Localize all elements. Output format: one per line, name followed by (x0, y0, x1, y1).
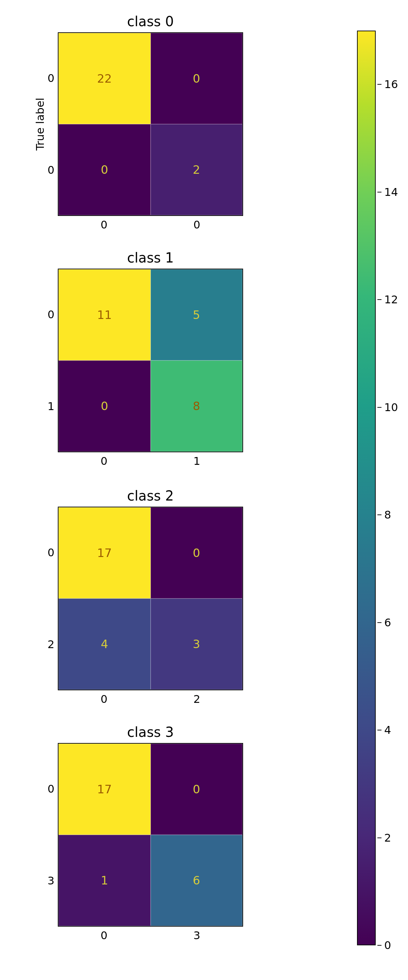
cell-value: 22 (97, 72, 112, 85)
heatmap-cell: 8 (151, 360, 243, 452)
colorbar-tick (378, 837, 381, 838)
y-tick: 0 (39, 72, 54, 85)
y-tick: 0 (39, 783, 54, 795)
y-axis-label: True label (34, 98, 47, 151)
heatmap-grid: 17016 (58, 743, 243, 927)
heatmap-cell: 0 (151, 508, 243, 598)
colorbar-tick-label: 4 (384, 724, 391, 737)
x-tick: 0 (101, 693, 108, 706)
y-tick: 0 (39, 546, 54, 559)
heatmap-cell: 17 (59, 508, 151, 598)
colorbar-gradient (357, 30, 376, 945)
colorbar-tick-label: 12 (384, 293, 398, 306)
x-tick: 0 (101, 929, 108, 942)
colorbar-tick (378, 407, 381, 408)
heatmap-cell: 17 (59, 744, 151, 835)
confusion-matrix-1: class 1115080101 (58, 269, 243, 452)
cell-value: 1 (101, 873, 108, 887)
heatmap-grid: 17043 (58, 507, 243, 690)
colorbar-tick-label: 10 (384, 401, 398, 414)
y-tick: 2 (39, 638, 54, 651)
cell-value: 11 (97, 308, 112, 322)
panel-title: class 1 (58, 250, 243, 266)
y-tick: 0 (39, 164, 54, 177)
confusion-matrix-0: class 0True label220020000 (58, 32, 243, 216)
heatmap-cell: 1 (59, 835, 151, 926)
heatmap-grid: 22002 (58, 32, 243, 216)
heatmap-cell: 5 (151, 269, 243, 360)
x-tick: 3 (194, 929, 200, 942)
heatmap-cell: 2 (151, 124, 243, 215)
panel-title: class 3 (58, 724, 243, 740)
x-tick: 2 (194, 693, 200, 706)
cell-value: 2 (193, 163, 200, 177)
colorbar-tick-label: 6 (384, 616, 391, 629)
cell-value: 0 (101, 163, 108, 177)
heatmap-cell: 4 (59, 598, 151, 690)
heatmap-cell: 11 (59, 269, 151, 360)
colorbar-tick (378, 514, 381, 515)
y-tick: 0 (39, 308, 54, 321)
y-tick: 1 (39, 400, 54, 413)
colorbar-tick (378, 84, 381, 85)
colorbar: 0246810121416 (357, 30, 376, 945)
cell-value: 6 (193, 873, 200, 887)
x-tick: 0 (101, 455, 108, 468)
y-tick: 3 (39, 874, 54, 887)
heatmap-cell: 0 (59, 360, 151, 452)
heatmap-cell: 0 (151, 33, 243, 124)
confusion-matrix-3: class 3170160303 (58, 743, 243, 927)
cell-value: 17 (97, 783, 112, 796)
colorbar-tick (378, 622, 381, 623)
heatmap-cell: 0 (151, 744, 243, 835)
heatmap-cell: 22 (59, 33, 151, 124)
panel-title: class 2 (58, 488, 243, 504)
cell-value: 8 (193, 399, 200, 413)
colorbar-tick (378, 730, 381, 730)
x-tick: 0 (101, 218, 108, 231)
confusion-matrix-2: class 2170430202 (58, 507, 243, 690)
cell-value: 0 (193, 546, 200, 560)
x-tick: 1 (194, 455, 200, 468)
cell-value: 5 (193, 308, 200, 322)
colorbar-tick-label: 8 (384, 508, 391, 521)
heatmap-cell: 0 (59, 124, 151, 215)
figure: class 0True label220020000class 11150801… (0, 0, 408, 980)
colorbar-tick-label: 14 (384, 186, 398, 199)
cell-value: 3 (193, 637, 200, 651)
cell-value: 0 (193, 72, 200, 85)
colorbar-tick (378, 299, 381, 300)
colorbar-tick (378, 945, 381, 946)
cell-value: 0 (101, 399, 108, 413)
cell-value: 0 (193, 783, 200, 796)
cell-value: 17 (97, 546, 112, 560)
heatmap-grid: 11508 (58, 269, 243, 452)
x-tick: 0 (194, 218, 200, 231)
colorbar-tick-label: 0 (384, 939, 391, 952)
cell-value: 4 (101, 637, 108, 651)
heatmap-cell: 3 (151, 598, 243, 690)
colorbar-tick (378, 192, 381, 192)
heatmap-cell: 6 (151, 835, 243, 926)
colorbar-tick-label: 16 (384, 78, 398, 91)
colorbar-tick-label: 2 (384, 831, 391, 844)
panel-title: class 0 (58, 14, 243, 29)
